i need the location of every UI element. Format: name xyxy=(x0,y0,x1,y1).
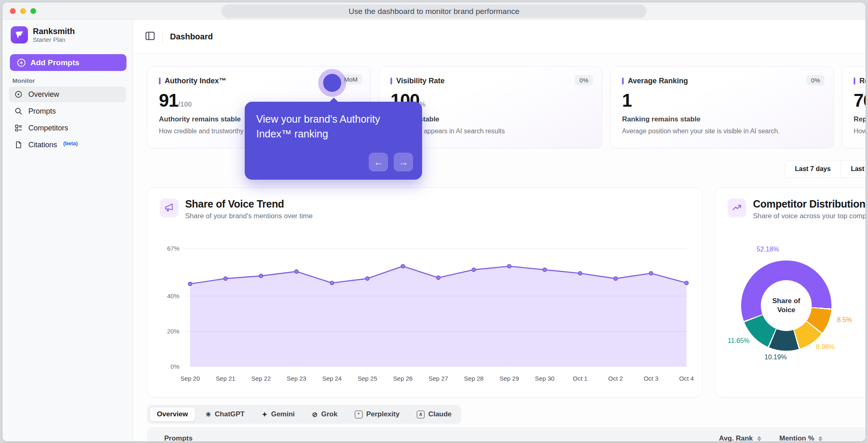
stat-title: Visibility Rate xyxy=(396,77,445,85)
stat-trend: Ranking remains stable xyxy=(622,115,700,123)
citations-icon xyxy=(14,141,23,149)
main-content: Dashboard Authority Index™ 91/100 Author… xyxy=(133,20,866,441)
chart-subtitle: Share of voice across your top competito… xyxy=(753,212,866,220)
sort-icon xyxy=(818,436,822,441)
sidebar-item-competitors[interactable]: Competitors xyxy=(9,120,126,136)
plus-icon: + xyxy=(17,59,25,67)
chart-title: Competitor Distribution xyxy=(753,199,866,210)
stat-desc: How peo xyxy=(854,128,866,135)
accent-bar xyxy=(622,78,624,84)
svg-text:Oct 3: Oct 3 xyxy=(644,375,659,382)
accent-bar xyxy=(159,78,161,84)
stat-value: 76/100 xyxy=(854,90,866,111)
svg-text:Oct 1: Oct 1 xyxy=(573,375,588,382)
filter-last-14-days[interactable]: Last 14 days xyxy=(840,160,866,178)
svg-text:Sep 30: Sep 30 xyxy=(535,375,555,382)
time-filter-group: Last 7 days Last 14 days xyxy=(785,160,866,178)
stat-title: Reputation xyxy=(859,77,866,85)
brand-name: Ranksmith xyxy=(33,27,75,36)
minimize-button[interactable] xyxy=(20,8,26,14)
svg-text:Oct 4: Oct 4 xyxy=(679,375,694,382)
grok-icon: ⊘ xyxy=(312,411,317,418)
brand-plan: Starter Plan xyxy=(33,36,75,43)
stat-card-average-ranking: Average Ranking 0% 1 Ranking remains sta… xyxy=(610,66,834,148)
stat-title: Authority Index™ xyxy=(165,77,226,85)
stat-title: Average Ranking xyxy=(628,77,688,85)
model-tabs: Overview ✳ ChatGPT ✦ Gemini ⊘ Grok * Per… xyxy=(147,405,461,424)
arrow-left-icon: ← xyxy=(374,157,383,168)
brand: Ranksmith Starter Plan xyxy=(11,26,75,43)
stat-desc: How credible and trustworthy AI xyxy=(159,128,251,135)
sidebar-item-citations[interactable]: Citations (beta) xyxy=(9,137,126,153)
svg-text:Sep 25: Sep 25 xyxy=(358,375,377,382)
tab-overview[interactable]: Overview xyxy=(149,407,195,422)
sidebar-item-prompts[interactable]: Prompts xyxy=(9,103,126,119)
tab-grok[interactable]: ⊘ Grok xyxy=(305,407,344,422)
tour-back-button[interactable]: ← xyxy=(369,153,388,171)
app-window: Use the dashboard to monitor brand perfo… xyxy=(2,2,866,441)
svg-text:Sep 24: Sep 24 xyxy=(322,375,342,382)
svg-text:Sep 22: Sep 22 xyxy=(251,375,271,382)
sort-icon xyxy=(757,436,761,441)
stat-trend: Authority remains stable xyxy=(159,115,241,123)
share-of-voice-card: Share of Voice Trend Share of your brand… xyxy=(147,187,703,397)
tab-claude[interactable]: A Claude xyxy=(410,407,459,422)
sidebar: Ranksmith Starter Plan + Add Prompts Mon… xyxy=(2,20,133,441)
prompts-table-header: Prompts Avg. Rank Mention % xyxy=(147,427,866,441)
claude-icon: A xyxy=(417,411,425,418)
tooltip-arrow xyxy=(329,98,338,102)
column-mention-pct[interactable]: Mention % xyxy=(779,434,822,441)
svg-text:Sep 27: Sep 27 xyxy=(429,375,448,382)
tour-hint-banner: Use the dashboard to monitor brand perfo… xyxy=(222,5,647,18)
donut-label: 8.98% xyxy=(816,343,834,351)
tab-perplexity[interactable]: * Perplexity xyxy=(348,407,406,422)
donut-label: 10.19% xyxy=(765,354,787,361)
sidebar-item-overview[interactable]: Overview xyxy=(9,87,126,102)
sidebar-toggle-icon[interactable] xyxy=(145,32,155,42)
perplexity-icon: * xyxy=(355,411,363,418)
tour-spotlight xyxy=(318,69,346,97)
page-title: Dashboard xyxy=(170,32,213,41)
stat-value: 1 xyxy=(622,90,822,111)
tour-next-button[interactable]: → xyxy=(394,153,413,171)
competitor-distribution-card: Competitor Distribution Share of voice a… xyxy=(715,187,866,397)
svg-text:Sep 28: Sep 28 xyxy=(464,375,484,382)
mom-toggle[interactable]: MoM xyxy=(340,76,362,83)
tour-spotlight-core xyxy=(323,74,341,92)
titlebar: Use the dashboard to monitor brand perfo… xyxy=(2,2,866,20)
svg-text:Sep 21: Sep 21 xyxy=(216,375,236,382)
column-avg-rank[interactable]: Avg. Rank xyxy=(719,434,761,441)
competitors-icon xyxy=(14,124,23,132)
svg-text:Sep 29: Sep 29 xyxy=(499,375,519,382)
gemini-icon: ✦ xyxy=(262,411,267,418)
brand-logo-icon xyxy=(11,26,28,43)
add-prompts-button[interactable]: + Add Prompts xyxy=(10,54,126,71)
sidebar-menu: Overview Prompts Competitors Citations xyxy=(9,87,126,153)
main-header: Dashboard xyxy=(133,20,866,54)
svg-text:Sep 20: Sep 20 xyxy=(180,375,200,382)
competitor-donut-chart[interactable]: Share of Voice xyxy=(741,260,831,351)
change-badge: 0% xyxy=(575,75,593,85)
close-button[interactable] xyxy=(10,8,16,14)
zoom-button[interactable] xyxy=(30,8,36,14)
tab-chatgpt[interactable]: ✳ ChatGPT xyxy=(199,407,252,422)
donut-label: 52.18% xyxy=(757,246,779,253)
stat-card-reputation: Reputation 76/100 Reputation r How peo xyxy=(842,66,866,148)
tour-tooltip: View your brand's Authority Index™ ranki… xyxy=(245,102,422,180)
search-icon xyxy=(14,107,23,115)
beta-badge: (beta) xyxy=(63,140,78,146)
svg-text:0%: 0% xyxy=(170,363,179,370)
chatgpt-icon: ✳ xyxy=(206,411,211,418)
filter-last-7-days[interactable]: Last 7 days xyxy=(785,160,840,178)
svg-text:Sep 23: Sep 23 xyxy=(287,375,306,382)
chart-subtitle: Share of your brand's mentions over time xyxy=(185,212,312,220)
donut-center: Share of Voice xyxy=(761,280,812,331)
traffic-lights xyxy=(10,8,36,14)
donut-label: 8.5% xyxy=(837,316,852,324)
trend-up-icon xyxy=(728,199,746,217)
stat-suffix: /100 xyxy=(178,100,192,108)
tab-gemini[interactable]: ✦ Gemini xyxy=(255,407,302,422)
tour-tooltip-text: View your brand's Authority Index™ ranki… xyxy=(256,112,411,142)
accent-bar xyxy=(854,78,855,84)
share-of-voice-chart[interactable]: 0%20%40%67%Sep 20Sep 21Sep 22Sep 23Sep 2… xyxy=(155,236,697,392)
